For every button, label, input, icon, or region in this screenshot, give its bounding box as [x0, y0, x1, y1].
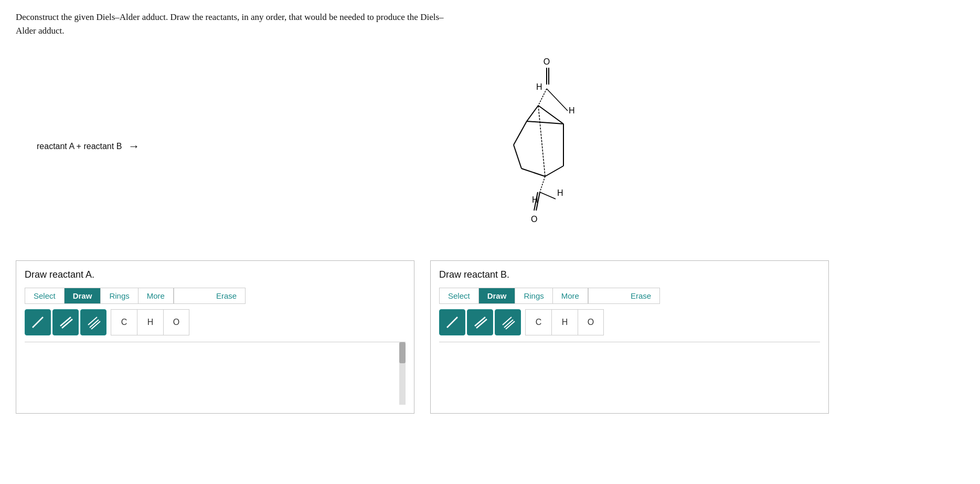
more-button-a[interactable]: More: [139, 288, 174, 303]
svg-text:H: H: [569, 106, 575, 115]
erase-button-b[interactable]: Erase: [588, 288, 659, 303]
scrollbar-thumb-a[interactable]: [399, 342, 406, 363]
double-bond-button-b[interactable]: [467, 309, 493, 335]
svg-line-14: [527, 121, 563, 124]
rings-button-a[interactable]: Rings: [101, 288, 138, 303]
svg-line-11: [521, 169, 545, 176]
svg-line-23: [33, 317, 43, 328]
svg-line-15: [538, 106, 545, 176]
draw-button-b[interactable]: Draw: [479, 288, 516, 303]
select-button-b[interactable]: Select: [440, 288, 479, 303]
svg-line-29: [447, 317, 457, 328]
bond-atom-row-a: C H O: [25, 309, 406, 335]
svg-line-26: [88, 317, 97, 325]
oxygen-button-a[interactable]: O: [163, 309, 189, 335]
double-bond-button-a[interactable]: [52, 309, 79, 335]
svg-line-32: [503, 317, 512, 325]
hydrogen-button-a[interactable]: H: [137, 309, 163, 335]
svg-line-8: [538, 106, 563, 124]
draw-panel-a: Draw reactant A. Select Draw Rings More …: [16, 260, 414, 414]
draw-panel-b: Draw reactant B. Select Draw Rings More …: [430, 260, 829, 414]
svg-line-12: [545, 166, 563, 176]
bond-atom-row-b: C H O: [439, 309, 820, 335]
single-bond-button-a[interactable]: [25, 309, 51, 335]
panel-a-title: Draw reactant A.: [25, 269, 406, 280]
oxygen-button-b[interactable]: O: [578, 309, 604, 335]
select-button-a[interactable]: Select: [25, 288, 65, 303]
molecule-structure: O H H: [459, 53, 616, 239]
carbon-button-b[interactable]: C: [525, 309, 551, 335]
svg-line-6: [547, 89, 568, 111]
reactant-label: reactant A + reactant B →: [37, 140, 140, 153]
svg-line-18: [540, 192, 556, 199]
svg-text:O: O: [531, 215, 537, 224]
scrollbar-a[interactable]: [399, 342, 406, 405]
svg-line-16: [540, 176, 545, 192]
triple-bond-button-a[interactable]: [80, 309, 106, 335]
more-button-b[interactable]: More: [553, 288, 588, 303]
reaction-arrow: →: [128, 140, 140, 153]
svg-text:H: H: [557, 188, 563, 197]
svg-line-10: [514, 145, 521, 169]
drawing-canvas-b[interactable]: [439, 342, 820, 405]
svg-line-7: [527, 106, 538, 121]
single-bond-button-b[interactable]: [439, 309, 465, 335]
svg-text:O: O: [544, 57, 550, 66]
svg-line-9: [514, 121, 527, 145]
hydrogen-button-b[interactable]: H: [551, 309, 578, 335]
drawing-canvas-a[interactable]: [25, 342, 406, 405]
panel-b-title: Draw reactant B.: [439, 269, 820, 280]
rings-button-b[interactable]: Rings: [515, 288, 552, 303]
draw-panels: Draw reactant A. Select Draw Rings More …: [16, 260, 964, 414]
erase-button-a[interactable]: Erase: [174, 288, 245, 303]
triple-bond-button-b[interactable]: [495, 309, 521, 335]
carbon-button-a[interactable]: C: [111, 309, 137, 335]
question-text: Deconstruct the given Diels–Alder adduct…: [16, 10, 645, 37]
draw-button-a[interactable]: Draw: [65, 288, 101, 303]
svg-text:H: H: [536, 82, 542, 91]
molecule-area: reactant A + reactant B → O H H: [16, 53, 964, 239]
